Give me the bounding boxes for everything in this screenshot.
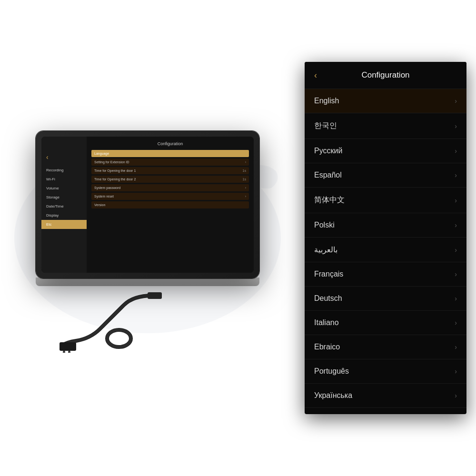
chevron-right-icon: › <box>455 319 457 327</box>
device-screen-title: Configuration <box>91 141 249 146</box>
language-name-german: Deutsch <box>314 294 342 303</box>
power-cable <box>57 291 200 353</box>
chevron-right-icon: › <box>455 97 457 105</box>
chevron-right-icon: › <box>455 147 457 155</box>
device-config-door1[interactable]: Time for Opening the door 1 1s <box>91 167 249 174</box>
chevron-right-icon: › <box>455 392 457 399</box>
svg-rect-2 <box>60 342 76 351</box>
chevron-right-icon: › <box>455 367 457 375</box>
language-name-russian: Русский <box>314 147 342 155</box>
language-item-italian[interactable]: Italiano › <box>305 311 466 335</box>
device-menu-recording[interactable]: Recording <box>41 166 87 175</box>
chevron-right-icon: › <box>455 171 457 179</box>
device-menu-datetime[interactable]: Date/Time <box>41 202 87 211</box>
language-name-portuguese: Português <box>314 367 349 376</box>
chevron-right-icon: › <box>455 122 457 130</box>
chevron-right-icon: › <box>455 221 457 229</box>
language-item-french[interactable]: Français › <box>305 262 466 287</box>
language-name-polish: Polski <box>314 221 335 229</box>
language-list: English › 한국인 › Русский › Español › 简体中文… <box>305 89 466 413</box>
device-back-icon: ‹ <box>41 151 87 166</box>
language-item-spanish[interactable]: Español › <box>305 163 466 188</box>
language-item-korean[interactable]: 한국인 › <box>305 113 466 139</box>
device-sidebar: ‹ Recording Wi-Fi Volume Storage Date/Ti… <box>41 137 87 273</box>
language-name-italian: Italiano <box>314 318 339 327</box>
device-menu-storage[interactable]: Storage <box>41 193 87 202</box>
svg-rect-1 <box>148 292 162 299</box>
chevron-right-icon: › <box>455 197 457 204</box>
language-item-german[interactable]: Deutsch › <box>305 287 466 311</box>
language-name-korean: 한국인 <box>314 121 337 131</box>
device-bezel <box>36 278 259 286</box>
device-frame: ‹ Recording Wi-Fi Volume Storage Date/Ti… <box>36 131 259 278</box>
configuration-panel: ‹ Configuration English › 한국인 › Русский … <box>305 62 466 414</box>
chevron-right-icon: › <box>455 246 457 254</box>
device-config-door2[interactable]: Time for Opening the door 2 1s <box>91 176 249 183</box>
chevron-right-icon: › <box>455 270 457 278</box>
language-name-ukrainian: Українська <box>314 391 352 400</box>
device-config-extension[interactable]: Setting for Extension ID › <box>91 159 249 166</box>
language-item-arabic[interactable]: بالعربية › <box>305 238 466 262</box>
panel-header: ‹ Configuration <box>305 62 466 89</box>
language-item-portuguese[interactable]: Português › <box>305 359 466 384</box>
device-config-version[interactable]: Version <box>91 201 249 208</box>
svg-point-6 <box>107 330 131 347</box>
language-name-chinese: 简体中文 <box>314 195 345 205</box>
panel-title: Configuration <box>361 70 409 80</box>
device-menu-volume[interactable]: Volume <box>41 184 87 193</box>
svg-rect-4 <box>68 351 70 353</box>
svg-rect-3 <box>63 351 65 353</box>
language-item-ukrainian[interactable]: Українська › <box>305 384 466 408</box>
device-config-language[interactable]: Language <box>91 150 249 157</box>
language-item-chinese[interactable]: 简体中文 › <box>305 188 466 213</box>
language-name-french: Français <box>314 270 343 278</box>
device-config-reset[interactable]: System reset › <box>91 193 249 200</box>
language-name-spanish: Español <box>314 171 342 179</box>
language-item-russian[interactable]: Русский › <box>305 139 466 163</box>
chevron-right-icon: › <box>455 295 457 302</box>
device-menu-display[interactable]: Display <box>41 211 87 220</box>
language-name-english: English <box>314 97 339 105</box>
language-item-polish[interactable]: Polski › <box>305 213 466 238</box>
device-config-password[interactable]: System password › <box>91 184 249 191</box>
back-button[interactable]: ‹ <box>314 70 317 80</box>
language-item-english[interactable]: English › <box>305 89 466 113</box>
language-name-arabic: بالعربية <box>314 245 337 254</box>
language-item-czech[interactable]: Čeština › <box>305 408 466 413</box>
device-menu-wifi[interactable]: Wi-Fi <box>41 175 87 184</box>
language-item-hebrew[interactable]: Ebraico › <box>305 335 466 359</box>
device-config-panel: Configuration Language Setting for Exten… <box>87 137 254 273</box>
chevron-right-icon: › <box>455 343 457 351</box>
language-name-hebrew: Ebraico <box>314 343 340 351</box>
device-menu-etc[interactable]: Etc <box>41 220 87 229</box>
